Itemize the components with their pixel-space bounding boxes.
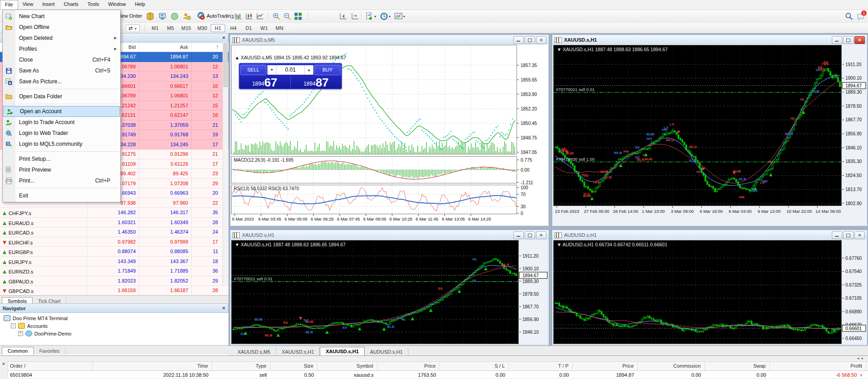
minimize-button[interactable] [513,231,524,239]
terminal-column-header[interactable]: Size [270,362,318,370]
file-menu-item-close[interactable]: CloseCtrl+F4 [3,54,120,65]
chart-tab[interactable]: AUDUSD.s,H1 [365,348,408,356]
chart-window-xauusd-h1-small[interactable]: XAUUSD.s,H1 × 1911.201900.101889.301878.… [229,229,550,346]
terminal-column-header[interactable]: Order / [0,362,93,370]
data-center-icon[interactable] [171,12,179,20]
menubar-item-view[interactable]: View [18,0,38,10]
chart-shift-icon[interactable] [339,12,347,20]
column-header-spread[interactable]: ! [192,43,221,52]
file-menu-item-login-to-mql5-community[interactable]: SLogin to MQL5.community [3,139,120,149]
restore-button[interactable] [843,36,854,44]
terminal-column-header[interactable]: Price [573,362,638,370]
timeframe-button-m30[interactable]: M30 [194,24,209,32]
minimize-button[interactable] [513,36,524,44]
file-menu-item-print-preview[interactable]: Print Preview [3,164,120,175]
line-chart-icon[interactable] [256,12,264,20]
terminal-column-header[interactable]: Price [377,362,440,370]
chart-window-xauusd-h1-active[interactable]: XAUUSD.s,H1 × 1911.201900.101889.301878.… [551,34,868,227]
column-header-ask[interactable]: Ask [139,43,192,52]
market-watch-row[interactable]: GBPAUD.s1.820231.8205229 [0,276,228,286]
file-menu-item-print-[interactable]: Print...Ctrl+P [3,175,120,186]
lot-increase-icon[interactable]: ▲ [304,65,313,75]
file-menu-item-save-as-picture-[interactable]: Save As Picture... [3,76,120,87]
market-watch-row[interactable]: CHFJPY.s146.282146.31735 [0,208,228,218]
templates-icon[interactable] [394,12,403,20]
window-titlebar[interactable]: AUDUSD.s,H1 × [553,230,867,240]
tab-favorites[interactable]: Favorites [34,347,66,355]
scrollbar-thumb[interactable] [223,43,228,87]
tab-common[interactable]: Common [2,347,34,355]
autotrading-button[interactable]: AutoTrading [195,11,235,21]
market-watch-row[interactable]: EURNZD.s1.718491.7188536 [0,266,228,276]
market-watch-row[interactable]: EURCHF.s0.979820.9799917 [0,237,228,247]
close-button[interactable]: × [854,36,865,44]
terminal-column-header[interactable]: T / P [509,362,573,370]
close-button[interactable]: × [854,231,865,239]
toolbar-drag-handle[interactable] [121,25,123,32]
menubar-item-charts[interactable]: Charts [59,0,83,10]
chart-tab[interactable]: XAUUSD.s,H1 [276,348,320,356]
terminal-column-header[interactable]: Swap [705,362,770,370]
menubar-item-window[interactable]: Window [104,0,130,10]
minimize-button[interactable] [832,36,842,44]
h1-small-chart-area[interactable]: 1911.201900.101889.301878.501867.701856.… [231,240,548,344]
terminal-column-header[interactable]: Time [93,362,212,370]
market-watch-row[interactable]: EURGBP.s0.880740.8808511 [0,247,228,257]
buy-price[interactable]: 1894 87 [291,75,342,89]
file-menu-item-login-to-web-trader[interactable]: Login to Web Trader [3,128,120,139]
collapse-icon[interactable]: − [11,323,16,328]
audusd-chart-canvas[interactable]: 0.677600.675400.673250.671050.668900.666… [553,240,866,344]
m5-chart-area[interactable]: SELL ▼ 0.01 ▲ BUY 1894 67 [231,45,548,225]
timeframe-button-m5[interactable]: M5 [163,24,178,32]
window-titlebar[interactable]: XAUUSD.s,H1 × [553,35,867,44]
navigator-tree-item[interactable]: +DooPrime-Demo [0,330,228,337]
menubar-item-help[interactable]: Help [130,0,150,10]
sell-button[interactable]: SELL [240,65,266,75]
close-button[interactable]: × [536,231,546,239]
chart-window-xauusd-m5[interactable]: XAUUSD.s,M5 × SELL ▼ 0.01 ▲ [229,34,550,227]
scroll-arrows-icon[interactable]: ◄ ► [856,356,864,360]
file-menu-item-exit[interactable]: Exit [3,190,120,201]
close-button[interactable]: × [536,36,546,44]
buy-button[interactable]: BUY [314,65,341,75]
terminal-column-header[interactable]: Profit [770,362,866,370]
chat-icon[interactable]: 1 [857,13,865,21]
close-order-icon[interactable]: × [860,372,863,378]
terminal-column-header[interactable]: Commission [638,362,705,370]
market-watch-row[interactable]: EURAUD.s1.603211.6034928 [0,218,228,228]
auto-scroll-icon[interactable] [351,12,359,20]
file-menu-item-new-chart[interactable]: New Chart [3,11,120,22]
market-watch-row[interactable]: EURCAD.s1.463501.4637424 [0,227,228,237]
history-center-icon[interactable] [146,12,154,20]
window-titlebar[interactable]: XAUUSD.s,H1 × [231,230,548,240]
chart-tab[interactable]: XAUUSD.s,M5 [232,348,276,356]
lot-size-field[interactable]: 0.01 [276,65,304,75]
h1-chart-canvas[interactable]: 1911.201900.101889.301878.501867.701856.… [553,45,866,225]
expand-icon[interactable]: + [18,331,23,336]
navigator-tree-item[interactable]: −Accounts [0,322,228,330]
file-menu-item-print-setup-[interactable]: Print Setup... [3,154,120,164]
file-menu-item-open-offline[interactable]: Open Offline [3,22,120,33]
restore-button[interactable] [843,231,854,239]
search-icon[interactable] [845,12,853,20]
chart-tab[interactable]: XAUUSD.s,H1 [320,347,365,356]
timeframe-button-m15[interactable]: M15 [179,24,194,32]
zoom-in-icon[interactable] [272,12,280,20]
expert-advisor-icon[interactable] [158,12,166,20]
menubar-item-tools[interactable]: Tools [83,0,104,10]
lot-decrease-icon[interactable]: ▼ [267,65,276,75]
file-menu-item-save-as[interactable]: Save AsCtrl+S [3,65,120,76]
periods-icon[interactable] [380,12,388,20]
file-menu-item-open-deleted[interactable]: Open Deleted▶ [3,33,120,43]
file-menu-item-profiles[interactable]: Profiles▶ [3,43,120,54]
h1-small-chart-canvas[interactable]: 1911.201900.101889.301878.501867.701856.… [231,240,548,344]
indicators-add-icon[interactable] [365,12,374,20]
dropdown-arrow-icon[interactable]: ▼ [374,15,377,18]
file-menu-item-open-an-account[interactable]: Open an Account [3,106,120,117]
file-menu-item-open-data-folder[interactable]: Open Data Folder [3,91,120,102]
window-titlebar[interactable]: XAUUSD.s,M5 × [231,35,548,44]
dropdown-arrow-icon[interactable]: ▼ [403,15,406,18]
zoom-out-icon[interactable] [283,12,291,20]
sell-price[interactable]: 1894 67 [239,75,291,89]
order-row[interactable]: 650198042022.11.18 10:38:50sell0.50xauus… [0,371,868,379]
